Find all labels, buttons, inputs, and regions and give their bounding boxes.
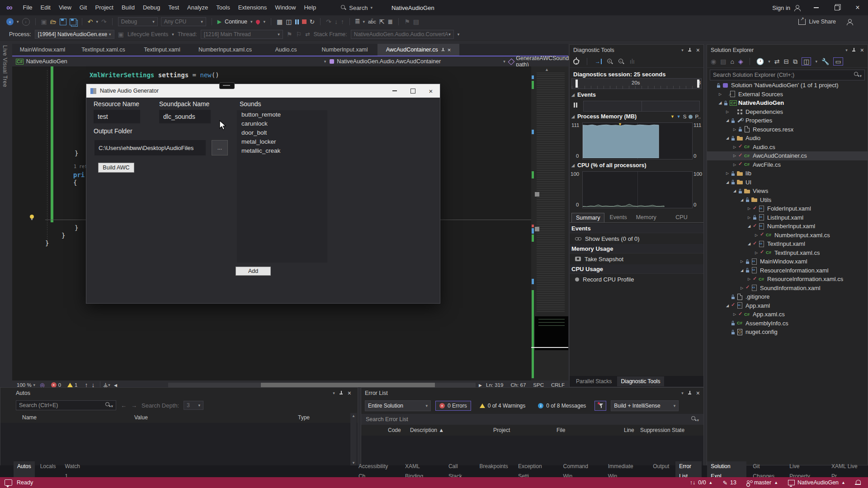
breadcrumb-type[interactable]: NativeAudioGen.Audio.AwcAudContainer	[326, 56, 444, 66]
zoom-in-icon[interactable]: +	[607, 59, 613, 65]
memory-section-header[interactable]: ◢ Process Memory (MB) ▼ ▼ S P..	[570, 113, 703, 120]
solution-platform-dropdown[interactable]: Any CPU▾	[161, 17, 206, 26]
live-visual-tree-tab[interactable]: Live Visual Tree	[2, 45, 8, 87]
take-snapshot-link[interactable]: Take Snapshot	[570, 253, 703, 264]
expander-icon[interactable]	[746, 216, 752, 220]
close-icon[interactable]: ×	[348, 389, 351, 397]
build-awc-button[interactable]: Build AWC	[98, 163, 134, 173]
bookmark-list-icon[interactable]: ▤	[413, 19, 419, 25]
tree-item[interactable]: AwcFile.cs	[707, 160, 868, 169]
process-dropdown[interactable]: [19964] NativeAudioGen.exe▾	[35, 30, 114, 39]
solution-search-box[interactable]: Search Solution Explorer (Ctrl+;) ▾	[710, 70, 865, 80]
menu-item[interactable]: Window	[271, 0, 300, 15]
watch-window-icon[interactable]: ▦	[277, 19, 283, 25]
home-icon[interactable]: ⌂	[730, 58, 734, 65]
menu-item[interactable]: View	[55, 0, 75, 15]
bookmark-icon[interactable]: ⚑	[404, 19, 410, 25]
expander-icon[interactable]	[724, 118, 731, 122]
copy-path-icon[interactable]: ⧉	[793, 58, 797, 65]
new-project-icon[interactable]: ▣	[41, 19, 47, 25]
diagnostics-subtab[interactable]: Events	[605, 213, 631, 222]
resource-name-input[interactable]: test	[94, 110, 140, 123]
hot-reload-icon[interactable]	[256, 19, 260, 25]
tree-item[interactable]: AssemblyInfo.cs	[707, 319, 868, 328]
diagnostics-subtab[interactable]: Memory Usage	[632, 213, 671, 222]
events-section-header[interactable]: ◢ Events	[570, 92, 596, 98]
tree-item[interactable]: Audio.cs	[707, 143, 868, 152]
chevron-down-icon[interactable]: ▾	[333, 391, 335, 395]
sync-with-active-icon[interactable]: ⇄	[774, 58, 780, 65]
search-forward-icon[interactable]: →	[131, 402, 137, 409]
column-header[interactable]: Type	[298, 414, 310, 421]
autos-grid[interactable]	[0, 423, 358, 466]
back-icon[interactable]: ◉	[711, 58, 716, 65]
tree-item[interactable]: lib	[707, 169, 868, 178]
quick-actions-lightbulb-icon[interactable]	[29, 215, 35, 221]
tree-item[interactable]: Dependencies	[707, 108, 868, 117]
range-handle-right[interactable]	[697, 80, 699, 88]
column-header[interactable]: File	[557, 427, 565, 433]
column-header[interactable]: Description ▲	[410, 427, 444, 433]
continue-label[interactable]: Continue	[225, 19, 247, 25]
stop-debugging-icon[interactable]	[302, 19, 307, 24]
tree-item[interactable]: Views	[707, 187, 868, 196]
tree-item[interactable]: NativeAudioGen	[707, 99, 868, 108]
cpu-section-header[interactable]: ◢ CPU (% of all processors)	[570, 162, 646, 169]
navigate-forward-icon[interactable]: ›	[22, 18, 30, 26]
collapse-all-icon[interactable]: ⊟	[783, 58, 789, 65]
search-depth-dropdown[interactable]: 3▾	[184, 401, 203, 410]
expander-icon[interactable]	[731, 145, 738, 149]
spell-check-icon[interactable]: ab̌c	[368, 19, 376, 24]
diagnostics-subtab[interactable]: CPU Usage	[671, 213, 703, 222]
step-out-icon[interactable]: ↑	[341, 19, 344, 25]
pin-icon[interactable]	[852, 47, 856, 53]
scrollbar-thumb[interactable]	[261, 383, 435, 387]
pin-icon[interactable]	[441, 47, 445, 52]
menu-item[interactable]: Debug	[139, 0, 164, 15]
expander-icon[interactable]	[731, 312, 738, 316]
autos-header[interactable]: Autos ▾ ×	[0, 388, 358, 399]
soundpack-name-input[interactable]: dlc_sounds	[159, 110, 211, 123]
collapse-icon[interactable]: ◢	[571, 163, 575, 168]
column-header[interactable]: Value	[134, 414, 148, 421]
sound-item[interactable]: metal_locker	[237, 137, 327, 146]
sounds-list[interactable]: button_remotecarunlockdoor_boltmetal_loc…	[237, 110, 327, 263]
tree-item[interactable]: MainWindow.xaml	[707, 257, 868, 266]
show-events-link[interactable]: Show Events (0 of 0)	[570, 233, 703, 244]
thread-dropdown[interactable]: [1216] Main Thread▾	[201, 30, 283, 39]
properties-icon[interactable]: 🔧	[821, 58, 829, 65]
sound-item[interactable]: button_remote	[237, 110, 327, 119]
solution-explorer-header[interactable]: Solution Explorer ▾ ×	[707, 45, 868, 56]
filter-button[interactable]	[594, 401, 606, 411]
column-header[interactable]: Project	[493, 427, 510, 433]
expander-icon[interactable]	[731, 127, 738, 131]
restore-button[interactable]	[826, 0, 847, 15]
pending-edits-status[interactable]: ✎ 13	[723, 479, 736, 486]
doc-tab[interactable]: NumberInput.xaml.cs ×	[190, 44, 260, 56]
sound-item[interactable]: metallic_creak	[237, 146, 327, 155]
range-handle-left[interactable]	[576, 80, 578, 88]
close-icon[interactable]: ×	[448, 47, 451, 53]
branch-status[interactable]: master ▲	[746, 479, 778, 486]
close-icon[interactable]: ×	[860, 47, 864, 54]
tree-item[interactable]: Solution 'NativeAudioGen' (1 of 1 projec…	[707, 81, 868, 90]
tree-item[interactable]: AwcAudContainer.cs	[707, 151, 868, 160]
build-filter-dropdown[interactable]: Build + IntelliSense▾	[611, 400, 679, 411]
chevron-down-icon[interactable]: ▾	[681, 48, 684, 52]
tree-item[interactable]: TextInput.xaml.cs	[707, 249, 868, 258]
expander-icon[interactable]	[724, 110, 731, 114]
menu-item[interactable]: Analyze	[183, 0, 212, 15]
menu-item[interactable]: Git	[75, 0, 91, 15]
tree-item[interactable]: ResourceInformation.xaml.cs	[707, 275, 868, 284]
pending-changes-icon[interactable]: 🕐	[756, 58, 764, 65]
expander-icon[interactable]	[739, 259, 745, 263]
zoom-out-icon[interactable]: −	[618, 59, 624, 65]
expander-icon[interactable]	[739, 268, 745, 272]
breadcrumb-project[interactable]: C# NativeAudioGen	[12, 56, 71, 66]
close-icon[interactable]: ×	[696, 47, 700, 54]
diagnostics-header[interactable]: Diagnostic Tools ▾ ×	[570, 45, 703, 56]
menu-item[interactable]: Test	[164, 0, 183, 15]
tree-item[interactable]: Properties	[707, 116, 868, 125]
search-back-icon[interactable]: ←	[121, 402, 127, 409]
step-over-icon[interactable]: ↷	[326, 19, 331, 25]
